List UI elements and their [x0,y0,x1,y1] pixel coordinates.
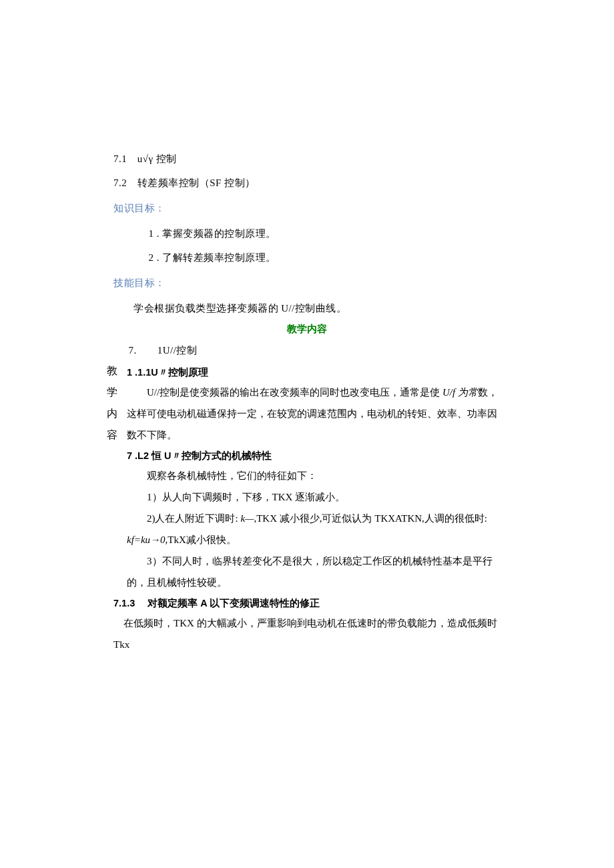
document-page: 教 学 内 容 7.1 u√γ 控制 7.2 转差频率控制（SF 控制） 知识目… [0,0,614,868]
side-char: 容 [107,424,117,446]
paragraph: U//控制是使变频器的输出在改变频率的同时也改变电压，通常是使 U/f 为常数，… [127,382,501,446]
text: ,TKX 减小很少,可近似认为 TKXATKN,人调的很低时: [254,513,487,524]
outline-item: 7.2 转差频率控制（SF 控制） [113,171,501,195]
knowledge-label: 知识目标： [113,196,501,220]
heading-712: 7 .L2 恒 U〃控制方式的机械特性 [113,450,501,462]
heading-713: 7.1.3 对额定频率 A 以下变频调速特性的修正 [113,597,501,610]
side-label: 教 学 内 容 [107,360,117,446]
paragraph: 在低频时，TKX 的大幅减小，严重影响到电动机在低速时的带负载能力，造成低频时 … [113,612,501,655]
list-item: 1）从人向下调频时，下移，TKX 逐渐减小。 [127,486,501,508]
outline-item: 7.1 u√γ 控制 [113,147,501,171]
list-item: 2)人在人附近下调时: k—,TKX 减小很少,可近似认为 TKXATKN,人调… [127,508,501,550]
section-title-green: 教学内容 [113,323,501,336]
italic-text: kf=ku→0, [127,534,168,545]
knowledge-item: 1 . 掌握变频器的控制原理。 [113,222,501,246]
italic-text: k— [238,513,254,524]
skill-label: 技能目标： [113,271,501,295]
text: U//控制是使变频器的输出在改变频率的同时也改变电压，通常是使 [147,387,440,398]
italic-text: U/f 为常 [440,387,478,398]
text: 2)人在人附近下调时: [147,513,238,524]
list-item: 3）不同人时，临界转差变化不是很大，所以稳定工作区的机械特性基本是平行的，且机械… [127,550,501,593]
skill-item: 学会根据负载类型选择变频器的 U//控制曲线。 [113,296,501,320]
heading-711: 1 .1.1U〃控制原理 [113,366,501,379]
outline-item: 7. 1U//控制 [113,338,501,362]
side-char: 内 [107,403,117,424]
side-char: 学 [107,382,117,403]
side-char: 教 [107,360,117,382]
text: TkX减小很快。 [168,534,236,545]
paragraph: 观察各条机械特性，它们的特征如下： [127,465,501,486]
knowledge-item: 2 . 了解转差频率控制原理。 [113,246,501,270]
